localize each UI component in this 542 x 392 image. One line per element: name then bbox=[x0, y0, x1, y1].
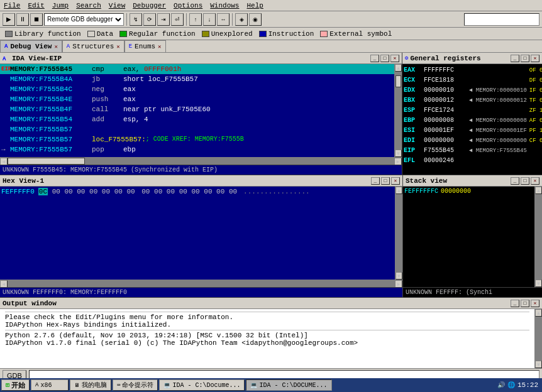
legend-external: External symbol bbox=[320, 30, 392, 38]
toolbar-btn-6[interactable]: ↓ bbox=[203, 13, 216, 26]
legend-regular: Regular function bbox=[119, 30, 196, 38]
tab-enums-icon: E bbox=[129, 43, 132, 50]
ida-view-title: A IDA View-EIP bbox=[3, 55, 62, 62]
stack-maximize-icon[interactable]: □ bbox=[521, 177, 529, 185]
minimize-icon[interactable]: _ bbox=[370, 55, 379, 62]
menu-jump[interactable]: Jump bbox=[48, 1, 72, 10]
stack-content-area[interactable]: FEFFFFFFC 00000000 ▲ ▼ bbox=[403, 187, 542, 287]
scroll-down-btn[interactable]: ▼ bbox=[395, 150, 402, 157]
stack-scrollbar[interactable]: ▲ ▼ bbox=[534, 187, 542, 287]
output-body: Please check the Edit/Plugins menu for m… bbox=[0, 309, 534, 368]
out-close-icon[interactable]: ✕ bbox=[531, 300, 539, 307]
stack-view-panel: Stack view _ □ ✕ FEFFFFFFC 00000000 ▲ ▼ bbox=[402, 175, 542, 297]
tab-structures[interactable]: A Structures ✕ bbox=[62, 40, 124, 52]
menu-windows[interactable]: Windows bbox=[206, 1, 243, 10]
menu-search[interactable]: Search bbox=[72, 1, 105, 10]
toolbar-btn-8[interactable]: ◈ bbox=[235, 13, 248, 26]
toolbar-btn-7[interactable]: ↔ bbox=[217, 13, 230, 26]
stop-button[interactable]: ⏹ bbox=[30, 13, 43, 26]
taskbar-item-x86[interactable]: A x86 bbox=[31, 379, 69, 391]
registers-content: EAX FFFFFFFC OF 0 ECX FFCE1818 DF 0 EDX … bbox=[402, 64, 542, 175]
toolbar-btn-9[interactable]: ◉ bbox=[249, 13, 262, 26]
stack-line-1: FEFFFFFFC 00000000 bbox=[404, 188, 533, 195]
hex-maximize-icon[interactable]: □ bbox=[381, 177, 390, 185]
start-icon: ⊞ bbox=[6, 381, 9, 389]
pause-button[interactable]: ⏸ bbox=[16, 13, 29, 26]
close-icon[interactable]: ✕ bbox=[390, 55, 399, 62]
tab-debug-close[interactable]: ✕ bbox=[54, 43, 57, 50]
tray-icon-2: 🌐 bbox=[507, 381, 515, 389]
output-content-area: Please check the Edit/Plugins menu for m… bbox=[0, 309, 542, 368]
output-line-4: IDAPython v1.7.0 final (serial 0) (c) Th… bbox=[5, 339, 529, 347]
ida-status: UNKNOWN F7555B45: MEMORY:F7555B45 (Synch… bbox=[0, 165, 402, 175]
ida-scrollbar[interactable]: ▲ ▼ bbox=[394, 64, 402, 157]
registers-body: EAX FFFFFFFC OF 0 ECX FFCE1818 DF 0 EDX … bbox=[402, 64, 542, 175]
tab-enums-close[interactable]: ✕ bbox=[158, 43, 161, 50]
menu-view[interactable]: View bbox=[105, 1, 129, 10]
reg-close-icon[interactable]: ✕ bbox=[531, 55, 539, 62]
top-section: A IDA View-EIP _ □ ✕ EIP MEMORY:F7555B45… bbox=[0, 53, 542, 175]
output-line-3: Python 2.7.6 (default, Nov 10 2013, 19:2… bbox=[5, 332, 529, 339]
hex-close-icon[interactable]: ✕ bbox=[391, 177, 400, 185]
scroll-up-btn[interactable]: ▲ bbox=[395, 64, 402, 72]
taskbar: ⊞ 开始 A x86 🖥 我的电脑 ⌨ 命令提示符 💻 IDA - C:\Doc… bbox=[0, 378, 542, 392]
stack-close-icon[interactable]: ✕ bbox=[531, 177, 539, 185]
hex-content-area[interactable]: FEFFFFF0 0C 00 00 00 00 00 00 00 00 00 0… bbox=[0, 187, 402, 280]
hex-view-titlebar: Hex View-1 _ □ ✕ bbox=[0, 175, 402, 187]
registers-titlebar: ⚙ General registers _ □ ✕ bbox=[402, 53, 542, 64]
menu-file[interactable]: File bbox=[0, 1, 24, 10]
play-button[interactable]: ▶ bbox=[3, 13, 15, 26]
search-input[interactable] bbox=[464, 13, 539, 26]
toolbar-btn-3[interactable]: ⇥ bbox=[157, 13, 170, 26]
code-line-5: MEMORY:F7555B4F call near ptr unk_F7505E… bbox=[0, 104, 394, 114]
stack-view-titlebar: Stack view _ □ ✕ bbox=[403, 175, 542, 187]
output-scrollbar[interactable]: ▲ ▼ bbox=[534, 309, 542, 368]
reg-minimize-icon[interactable]: _ bbox=[511, 55, 519, 62]
tab-debug-view[interactable]: A Debug View ✕ bbox=[0, 40, 62, 52]
tab-structures-icon: A bbox=[67, 43, 70, 50]
ida-code-area[interactable]: EIP MEMORY:F7555B45 cmp eax, 0FFFF001h M… bbox=[0, 64, 402, 157]
menu-help[interactable]: Help bbox=[243, 1, 267, 10]
legend-unexplored: Unexplored bbox=[202, 30, 253, 38]
out-minimize-icon[interactable]: _ bbox=[511, 300, 519, 307]
toolbar-btn-2[interactable]: ⟳ bbox=[143, 13, 156, 26]
menu-options[interactable]: Options bbox=[170, 1, 206, 10]
registers-panel: ⚙ General registers _ □ ✕ EAX FFFFFFFC O… bbox=[402, 53, 542, 175]
debugger-select[interactable]: Remote GDB debugger bbox=[44, 13, 124, 26]
stack-status-text: UNKNOWN FEFFFF: (Synchi bbox=[406, 289, 492, 296]
code-line-6: MEMORY:F7555B54 add esp, 4 bbox=[0, 114, 394, 124]
toolbar-btn-1[interactable]: ↯ bbox=[130, 13, 142, 26]
code-line-2: MEMORY:F7555B4A jb short loc_F7555B57 bbox=[0, 74, 394, 84]
stack-minimize-icon[interactable]: _ bbox=[511, 177, 519, 185]
hex-status: UNKNOWN FEFFFFF0: MEMORY:FEFFFFF0 bbox=[0, 287, 402, 297]
tab-structures-close[interactable]: ✕ bbox=[116, 43, 119, 50]
toolbar: ▶ ⏸ ⏹ Remote GDB debugger ↯ ⟳ ⇥ ⏎ ↑ ↓ ↔ … bbox=[0, 11, 542, 28]
stack-scroll-down[interactable]: ▼ bbox=[535, 280, 542, 287]
taskbar-item-cmd[interactable]: ⌨ 命令提示符 bbox=[113, 379, 158, 391]
toolbar-btn-5[interactable]: ↑ bbox=[189, 13, 202, 26]
out-maximize-icon[interactable]: □ bbox=[521, 300, 529, 307]
hex-scroll-up[interactable]: ▲ bbox=[395, 187, 402, 194]
taskbar-item-ida1[interactable]: 💻 IDA - C:\Docume... bbox=[159, 379, 245, 391]
out-scroll-down[interactable]: ▼ bbox=[535, 361, 542, 368]
maximize-icon[interactable]: □ bbox=[380, 55, 389, 62]
tab-enums[interactable]: E Enums ✕ bbox=[124, 40, 166, 52]
toolbar-btn-4[interactable]: ⏎ bbox=[171, 13, 184, 26]
start-button[interactable]: ⊞ 开始 bbox=[1, 379, 30, 391]
ida-view-titlebar: A IDA View-EIP _ □ ✕ bbox=[0, 53, 402, 64]
reg-maximize-icon[interactable]: □ bbox=[521, 55, 529, 62]
mycomputer-icon: 🖥 bbox=[74, 382, 80, 389]
stack-scroll-up[interactable]: ▲ bbox=[535, 187, 542, 194]
taskbar-item-ida2[interactable]: 💻 IDA - C:\DOCUME... bbox=[246, 379, 331, 391]
reg-eax: EAX FFFFFFFC OF 0 bbox=[404, 65, 542, 75]
menu-edit[interactable]: Edit bbox=[24, 1, 48, 10]
hex-scroll-down[interactable]: ▼ bbox=[395, 272, 402, 280]
cmd-icon: ⌨ bbox=[117, 382, 120, 389]
hex-scrollbar[interactable]: ▲ ▼ bbox=[395, 187, 402, 280]
menu-debugger[interactable]: Debugger bbox=[129, 1, 170, 10]
hex-minimize-icon[interactable]: _ bbox=[371, 177, 380, 185]
ida-status-text: UNKNOWN F7555B45: MEMORY:F7555B45 (Synch… bbox=[3, 166, 218, 173]
hex-view-panel: Hex View-1 _ □ ✕ FEFFFFF0 0C 00 00 00 00… bbox=[0, 175, 402, 297]
out-scroll-up[interactable]: ▲ bbox=[535, 309, 542, 317]
taskbar-item-mycomputer[interactable]: 🖥 我的电脑 bbox=[70, 379, 111, 391]
